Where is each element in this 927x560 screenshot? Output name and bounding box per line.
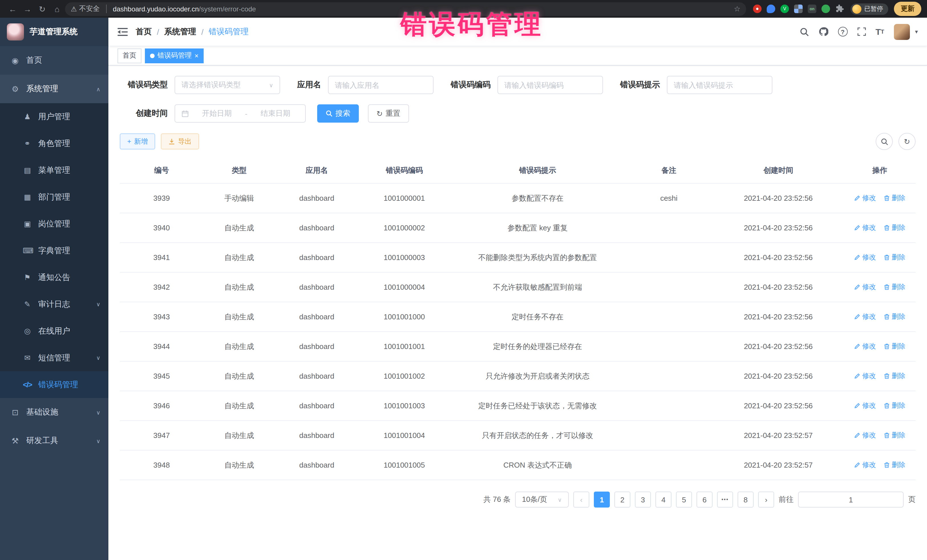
help-icon[interactable]: ? [838,27,847,36]
edit-link[interactable]: 修改 [854,193,876,203]
reset-button[interactable]: ↻ 重置 [368,104,409,123]
sidebar-item-dictionary[interactable]: ⌨ 字典管理 [0,237,108,264]
fullscreen-icon[interactable] [857,27,866,36]
date-range-picker[interactable]: 开始日期 - 结束日期 [175,104,306,123]
extensions-puzzle-icon[interactable] [835,5,844,13]
extension-icon-on[interactable]: on [808,5,816,13]
sidebar-item-menus[interactable]: ▤ 菜单管理 [0,157,108,184]
extension-icon-leaf[interactable] [821,5,830,13]
security-status[interactable]: ⚠ 不安全 [71,4,100,14]
edit-link[interactable]: 修改 [854,431,876,440]
tab-home[interactable]: 首页 [117,48,141,63]
export-button[interactable]: 导出 [161,134,199,149]
extension-icon-red[interactable] [753,5,761,13]
edit-link-label: 修改 [862,223,876,233]
page-button-5[interactable]: 5 [676,492,692,508]
page-button-8[interactable]: 8 [738,492,754,508]
delete-link[interactable]: 删除 [884,431,905,440]
menu-tree-icon: ▤ [23,166,32,175]
sidebar-item-system[interactable]: ⚙ 系统管理 ∧ [0,75,108,103]
browser-profile-chip[interactable]: 已暂停 [851,3,888,15]
delete-link[interactable]: 删除 [884,341,905,351]
app-name-input[interactable] [328,76,433,94]
end-date-input[interactable]: 结束日期 [252,108,299,118]
search-button[interactable]: 搜索 [317,104,359,123]
tab-error-code[interactable]: 错误码管理 × [145,48,204,63]
browser-back-button[interactable]: ← [6,3,20,15]
add-button[interactable]: + 新增 [120,134,155,149]
breadcrumb-item-system[interactable]: 系统管理 [164,27,196,37]
github-icon[interactable] [818,27,828,36]
page-button-4[interactable]: 4 [655,492,672,508]
sidebar-item-posts[interactable]: ▣ 岗位管理 [0,211,108,237]
sidebar-item-departments[interactable]: ▦ 部门管理 [0,184,108,211]
extension-icon-grid[interactable] [794,5,802,13]
error-code-input[interactable] [497,76,603,94]
browser-reload-button[interactable]: ↻ [35,3,49,15]
extension-icon-drop[interactable] [767,5,775,13]
page-button-1[interactable]: 1 [594,492,610,508]
page-ellipsis-button[interactable]: ••• [717,492,733,508]
delete-link[interactable]: 删除 [884,460,905,470]
delete-link[interactable]: 删除 [884,253,905,262]
page-button-3[interactable]: 3 [635,492,651,508]
close-icon[interactable]: × [195,52,199,59]
prev-page-button[interactable]: ‹ [573,492,589,508]
edit-link[interactable]: 修改 [854,312,876,322]
refresh-table-button[interactable]: ↻ [898,133,916,150]
sidebar-item-users[interactable]: ♟ 用户管理 [0,103,108,130]
edit-link[interactable]: 修改 [854,371,876,381]
browser-home-button[interactable]: ⌂ [50,3,64,15]
delete-link[interactable]: 删除 [884,312,905,322]
sidebar-item-home[interactable]: ◉ 首页 [0,46,108,75]
app-logo[interactable]: 芋道管理系统 [0,18,108,46]
edit-link[interactable]: 修改 [854,460,876,470]
error-message-input[interactable] [667,76,772,94]
sidebar-collapse-icon[interactable] [117,27,128,36]
search-icon[interactable] [799,27,808,36]
page-size-select[interactable]: 10条/页 ∨ [515,492,569,508]
cell-app: dashboard [275,272,359,302]
user-avatar[interactable] [894,24,910,39]
extension-icon-check[interactable]: V [780,5,789,13]
toggle-search-button[interactable] [876,133,893,150]
sidebar-item-infrastructure[interactable]: ⊡ 基础设施 ∨ [0,398,108,426]
sidebar-item-error-code[interactable]: </> 错误码管理 [0,371,108,398]
table-row: 3948 自动生成 dashboard 1001001005 CRON 表达式不… [120,450,916,480]
next-page-button[interactable]: › [758,492,774,508]
browser-update-button[interactable]: 更新 [894,2,921,16]
sidebar-item-roles[interactable]: ⚭ 角色管理 [0,130,108,157]
delete-link[interactable]: 删除 [884,193,905,203]
delete-link-label: 删除 [892,282,905,292]
edit-link-label: 修改 [862,431,876,440]
sidebar-item-sms[interactable]: ✉ 短信管理 ∨ [0,344,108,371]
cell-remark [625,391,713,420]
edit-link[interactable]: 修改 [854,253,876,262]
sidebar-item-audit-log[interactable]: ✎ 审计日志 ∨ [0,291,108,318]
delete-link[interactable]: 删除 [884,282,905,292]
delete-link[interactable]: 删除 [884,223,905,233]
page-button-6[interactable]: 6 [696,492,713,508]
delete-link[interactable]: 删除 [884,401,905,411]
browser-forward-button[interactable]: → [21,3,34,15]
search-button-label: 搜索 [336,108,350,118]
sidebar-item-online-users[interactable]: ◎ 在线用户 [0,318,108,344]
edit-link[interactable]: 修改 [854,401,876,411]
delete-link-label: 删除 [892,253,905,262]
error-type-select[interactable]: 请选择错误码类型 ∨ [175,76,280,94]
bookmark-star-icon[interactable]: ☆ [734,5,740,13]
edit-link[interactable]: 修改 [854,223,876,233]
edit-link[interactable]: 修改 [854,282,876,292]
font-size-icon[interactable]: TT [875,27,884,36]
url-text[interactable]: dashboard.yudao.iocoder.cn/system/error-… [113,5,256,13]
trash-icon [884,373,890,379]
breadcrumb-item-home[interactable]: 首页 [136,27,152,37]
edit-link[interactable]: 修改 [854,341,876,351]
delete-link[interactable]: 删除 [884,371,905,381]
page-button-2[interactable]: 2 [614,492,631,508]
sidebar-item-dev-tools[interactable]: ⚒ 研发工具 ∨ [0,426,108,455]
goto-page-input[interactable] [798,492,904,508]
start-date-input[interactable]: 开始日期 [193,108,240,118]
sidebar-item-announcements[interactable]: ⚑ 通知公告 [0,264,108,291]
error-message-label: 错误码提示 [620,80,660,90]
